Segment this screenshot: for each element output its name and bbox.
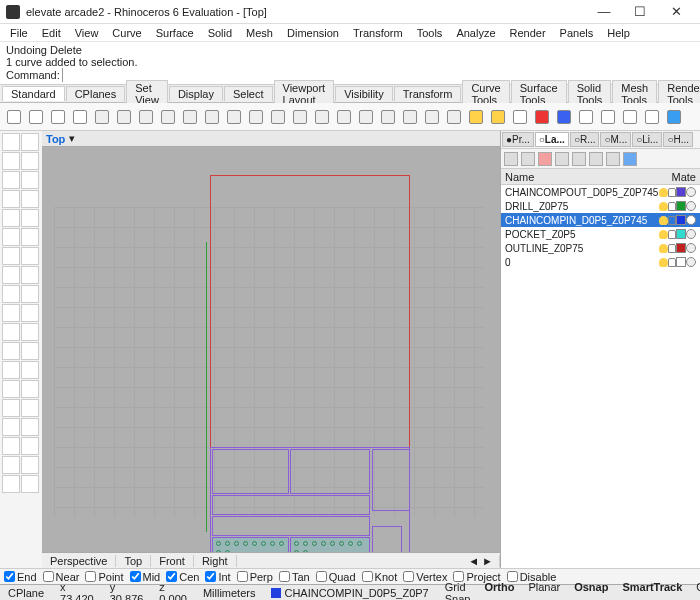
status-layer[interactable]: CHAINCOMPIN_D0P5_Z0P7 bbox=[267, 587, 432, 599]
tool-button[interactable] bbox=[21, 399, 39, 417]
status-gumball[interactable]: Gumball bbox=[692, 581, 700, 601]
viewtab-top[interactable]: Top bbox=[116, 555, 151, 567]
layer-row[interactable]: CHAINCOMPOUT_D0P5_Z0P745 bbox=[501, 185, 700, 199]
tool-button[interactable] bbox=[21, 361, 39, 379]
tab-display[interactable]: Display bbox=[169, 86, 223, 101]
status-planar[interactable]: Planar bbox=[524, 581, 564, 601]
osnap-knot[interactable]: Knot bbox=[362, 571, 398, 583]
toolbar-button[interactable] bbox=[378, 107, 398, 127]
layer-material[interactable] bbox=[686, 187, 696, 197]
osnap-int[interactable]: Int bbox=[205, 571, 230, 583]
menu-surface[interactable]: Surface bbox=[150, 26, 200, 40]
tool-button[interactable] bbox=[2, 437, 20, 455]
menu-file[interactable]: File bbox=[4, 26, 34, 40]
layer-material[interactable] bbox=[686, 215, 696, 225]
layer-up-icon[interactable] bbox=[555, 152, 569, 166]
tool-button[interactable] bbox=[2, 399, 20, 417]
toolbar-button[interactable] bbox=[48, 107, 68, 127]
layer-color[interactable] bbox=[676, 201, 686, 211]
tool-button[interactable] bbox=[2, 323, 20, 341]
viewport-area[interactable]: └y x bbox=[42, 147, 500, 552]
tab-standard[interactable]: Standard bbox=[2, 86, 65, 101]
menu-dimension[interactable]: Dimension bbox=[281, 26, 345, 40]
toolbar-button[interactable] bbox=[246, 107, 266, 127]
layer-help-icon[interactable] bbox=[623, 152, 637, 166]
tool-button[interactable] bbox=[2, 171, 20, 189]
status-grid-snap[interactable]: Grid Snap bbox=[441, 581, 475, 601]
osnap-tan[interactable]: Tan bbox=[279, 571, 310, 583]
layer-material[interactable] bbox=[686, 201, 696, 211]
toolbar-button[interactable] bbox=[268, 107, 288, 127]
lock-icon[interactable] bbox=[668, 258, 676, 267]
panel-tab[interactable]: ○H... bbox=[663, 132, 693, 147]
tab-transform[interactable]: Transform bbox=[394, 86, 462, 101]
tab-visibility[interactable]: Visibility bbox=[335, 86, 393, 101]
layer-tools-icon[interactable] bbox=[606, 152, 620, 166]
toolbar-button[interactable] bbox=[26, 107, 46, 127]
lock-icon[interactable] bbox=[668, 202, 676, 211]
toolbar-button[interactable] bbox=[290, 107, 310, 127]
osnap-perp[interactable]: Perp bbox=[237, 571, 273, 583]
menu-panels[interactable]: Panels bbox=[554, 26, 600, 40]
lock-icon[interactable] bbox=[668, 230, 676, 239]
bulb-icon[interactable] bbox=[659, 230, 668, 239]
layer-color[interactable] bbox=[676, 187, 686, 197]
toolbar-button[interactable] bbox=[642, 107, 662, 127]
layer-color[interactable] bbox=[676, 243, 686, 253]
osnap-end[interactable]: End bbox=[4, 571, 37, 583]
toolbar-button[interactable] bbox=[400, 107, 420, 127]
menu-analyze[interactable]: Analyze bbox=[450, 26, 501, 40]
layer-col-name[interactable]: Name bbox=[505, 171, 672, 183]
layer-row[interactable]: CHAINCOMPIN_D0P5_Z0P745 bbox=[501, 213, 700, 227]
close-button[interactable]: ✕ bbox=[658, 4, 694, 19]
toolbar-button[interactable] bbox=[664, 107, 684, 127]
toolbar-button[interactable] bbox=[114, 107, 134, 127]
toolbar-button[interactable] bbox=[532, 107, 552, 127]
lock-icon[interactable] bbox=[668, 244, 676, 253]
menu-tools[interactable]: Tools bbox=[411, 26, 449, 40]
layer-row[interactable]: DRILL_Z0P75 bbox=[501, 199, 700, 213]
maximize-button[interactable]: ☐ bbox=[622, 4, 658, 19]
layer-material[interactable] bbox=[686, 257, 696, 267]
layer-row[interactable]: POCKET_Z0P5 bbox=[501, 227, 700, 241]
tool-button[interactable] bbox=[21, 228, 39, 246]
panel-tab[interactable]: ○Li... bbox=[632, 132, 662, 147]
toolbar-button[interactable] bbox=[180, 107, 200, 127]
status-osnap[interactable]: Osnap bbox=[570, 581, 612, 601]
viewport-menu-icon[interactable]: ▾ bbox=[69, 132, 75, 145]
viewtab-front[interactable]: Front bbox=[151, 555, 194, 567]
tool-button[interactable] bbox=[21, 475, 39, 493]
tool-button[interactable] bbox=[21, 285, 39, 303]
toolbar-button[interactable] bbox=[70, 107, 90, 127]
lock-icon[interactable] bbox=[668, 216, 676, 225]
layer-filter-icon[interactable] bbox=[589, 152, 603, 166]
toolbar-button[interactable] bbox=[224, 107, 244, 127]
toolbar-button[interactable] bbox=[576, 107, 596, 127]
toolbar-button[interactable] bbox=[356, 107, 376, 127]
tool-button[interactable] bbox=[2, 304, 20, 322]
toolbar-button[interactable] bbox=[422, 107, 442, 127]
menu-mesh[interactable]: Mesh bbox=[240, 26, 279, 40]
layer-col-material[interactable]: Mate bbox=[672, 171, 696, 183]
menu-solid[interactable]: Solid bbox=[202, 26, 238, 40]
tool-button[interactable] bbox=[21, 209, 39, 227]
toolbar-button[interactable] bbox=[4, 107, 24, 127]
menu-edit[interactable]: Edit bbox=[36, 26, 67, 40]
status-units[interactable]: Millimeters bbox=[199, 587, 260, 599]
tool-button[interactable] bbox=[2, 380, 20, 398]
viewport-header[interactable]: Top ▾ bbox=[42, 131, 500, 147]
tool-button[interactable] bbox=[2, 228, 20, 246]
tool-button[interactable] bbox=[2, 266, 20, 284]
tool-button[interactable] bbox=[21, 171, 39, 189]
toolbar-button[interactable] bbox=[334, 107, 354, 127]
delete-layer-icon[interactable] bbox=[538, 152, 552, 166]
layer-color[interactable] bbox=[676, 257, 686, 267]
layer-material[interactable] bbox=[686, 243, 696, 253]
bulb-icon[interactable] bbox=[659, 244, 668, 253]
tab-cplanes[interactable]: CPlanes bbox=[66, 86, 126, 101]
layer-down-icon[interactable] bbox=[572, 152, 586, 166]
tool-button[interactable] bbox=[2, 418, 20, 436]
viewtab-scroll[interactable]: ◄ ► bbox=[462, 555, 500, 567]
menu-transform[interactable]: Transform bbox=[347, 26, 409, 40]
toolbar-button[interactable] bbox=[444, 107, 464, 127]
